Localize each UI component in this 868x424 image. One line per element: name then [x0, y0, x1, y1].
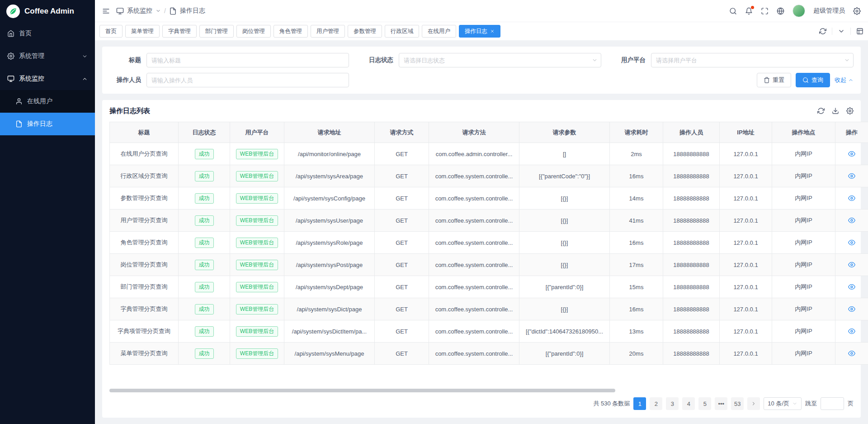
cell-actions	[835, 343, 868, 365]
breadcrumb-item[interactable]: 操作日志	[180, 7, 205, 15]
column-header: IP地址	[720, 122, 772, 143]
cell-title: 参数管理分页查询	[110, 187, 179, 210]
monitor-icon	[116, 7, 124, 15]
cell-operator: 18888888888	[663, 187, 720, 210]
content: 标题 日志状态	[95, 40, 868, 424]
tab-7[interactable]: 参数管理	[348, 25, 382, 38]
tab-8[interactable]: 行政区域	[385, 25, 419, 38]
cell-ip: 127.0.0.1	[720, 298, 772, 320]
operator-input[interactable]	[146, 73, 349, 87]
view-detail-eye-icon[interactable]	[848, 305, 855, 313]
sidebar-item-system-management[interactable]: 系统管理	[0, 45, 95, 67]
translate-icon[interactable]	[777, 7, 784, 15]
sidebar-item-system-monitor[interactable]: 系统监控	[0, 67, 95, 90]
collapse-filter-link[interactable]: 收起	[835, 76, 854, 84]
cell-status: 成功	[179, 232, 230, 254]
fullscreen-icon[interactable]	[761, 7, 769, 15]
table-row: 字典项管理分页查询成功WEB管理后台/api/system/sysDictIte…	[110, 320, 868, 343]
table-header-row: 标题日志状态用户平台请求地址请求方式请求方法请求参数请求耗时操作人员IP地址操作…	[110, 122, 868, 143]
cell-platform: WEB管理后台	[230, 143, 284, 165]
view-detail-eye-icon[interactable]	[848, 239, 855, 246]
refresh-icon[interactable]	[817, 107, 825, 114]
cell-url: /api/system/sysDept/page	[284, 276, 375, 298]
cell-location: 内网IP	[772, 343, 835, 365]
tab-6[interactable]: 用户管理	[311, 25, 345, 38]
search-icon[interactable]	[729, 7, 737, 15]
layout-icon[interactable]	[856, 28, 863, 35]
page-size-select[interactable]: 10 条/页	[764, 397, 802, 410]
view-detail-eye-icon[interactable]	[848, 195, 855, 202]
cell-params: [{"parentCode":"0"}]	[519, 165, 610, 187]
cell-params: []	[519, 143, 610, 165]
view-detail-eye-icon[interactable]	[848, 172, 855, 180]
chevron-down-icon[interactable]	[838, 28, 845, 35]
refresh-tab-icon[interactable]	[819, 28, 826, 35]
avatar[interactable]	[793, 5, 805, 17]
cell-duration: 16ms	[610, 232, 663, 254]
cell-actions	[835, 276, 868, 298]
cell-status: 成功	[179, 143, 230, 165]
cell-status: 成功	[179, 165, 230, 187]
close-icon[interactable]	[490, 29, 495, 33]
gear-icon[interactable]	[853, 7, 861, 15]
collapse-sidebar-icon[interactable]	[102, 7, 110, 15]
page-button-4[interactable]: 4	[682, 397, 695, 410]
panel-tools	[817, 107, 854, 114]
cell-method: GET	[375, 210, 429, 232]
cell-duration: 15ms	[610, 276, 663, 298]
view-detail-eye-icon[interactable]	[848, 217, 855, 224]
tab-label: 参数管理	[354, 28, 376, 35]
status-badge: 成功	[195, 215, 214, 226]
bell-icon[interactable]	[745, 7, 753, 15]
view-detail-eye-icon[interactable]	[848, 150, 855, 157]
tab-5[interactable]: 角色管理	[274, 25, 308, 38]
scrollbar-thumb[interactable]	[109, 389, 615, 392]
tab-0[interactable]: 首页	[99, 25, 123, 38]
reset-button[interactable]: 重置	[757, 73, 791, 87]
view-detail-eye-icon[interactable]	[848, 350, 855, 357]
sidebar-item-online-users[interactable]: 在线用户	[0, 90, 95, 113]
tab-2[interactable]: 字典管理	[162, 25, 197, 38]
page-button-2[interactable]: 2	[650, 397, 662, 410]
cell-ip: 127.0.0.1	[720, 232, 772, 254]
file-icon	[169, 7, 177, 15]
tab-4[interactable]: 岗位管理	[236, 25, 271, 38]
tab-10[interactable]: 操作日志	[459, 25, 500, 38]
page-button-1[interactable]: 1	[633, 397, 646, 410]
cell-func: com.coffee.system.controlle...	[429, 343, 519, 365]
title-input[interactable]	[146, 53, 349, 67]
sidebar-item-home[interactable]: 首页	[0, 22, 95, 45]
tab-label: 行政区域	[391, 28, 413, 35]
log-status-select[interactable]	[399, 53, 601, 67]
cell-actions	[835, 165, 868, 187]
page-button-3[interactable]: 3	[666, 397, 679, 410]
chevron-up-icon	[848, 77, 854, 83]
tab-label: 菜单管理	[131, 28, 154, 35]
page-ellipsis[interactable]: •••	[715, 397, 727, 410]
cell-params: [{}]	[519, 187, 610, 210]
topbar: 系统监控 / 操作日志	[95, 0, 868, 22]
tab-1[interactable]: 菜单管理	[125, 25, 160, 38]
breadcrumb-item[interactable]: 系统监控	[127, 7, 152, 15]
page-button-5[interactable]: 5	[698, 397, 711, 410]
user-platform-select[interactable]	[651, 53, 854, 67]
tab-3[interactable]: 部门管理	[199, 25, 234, 38]
cell-platform: WEB管理后台	[230, 165, 284, 187]
view-detail-eye-icon[interactable]	[848, 261, 855, 268]
cell-platform: WEB管理后台	[230, 210, 284, 232]
status-badge: 成功	[195, 304, 214, 314]
next-page-button[interactable]	[747, 397, 760, 410]
cell-platform: WEB管理后台	[230, 232, 284, 254]
export-icon[interactable]	[832, 107, 839, 114]
search-button[interactable]: 查询	[796, 73, 830, 87]
view-detail-eye-icon[interactable]	[848, 328, 855, 335]
username[interactable]: 超级管理员	[813, 7, 845, 15]
tab-9[interactable]: 在线用户	[422, 25, 456, 38]
page-button-53[interactable]: 53	[731, 397, 744, 410]
column-settings-icon[interactable]	[846, 107, 854, 114]
jump-page-input[interactable]	[821, 397, 844, 410]
sidebar: Coffee Admin 首页系统管理系统监控在线用户操作日志	[0, 0, 95, 424]
cell-method: GET	[375, 320, 429, 343]
view-detail-eye-icon[interactable]	[848, 283, 855, 291]
sidebar-item-operation-log[interactable]: 操作日志	[0, 113, 95, 135]
